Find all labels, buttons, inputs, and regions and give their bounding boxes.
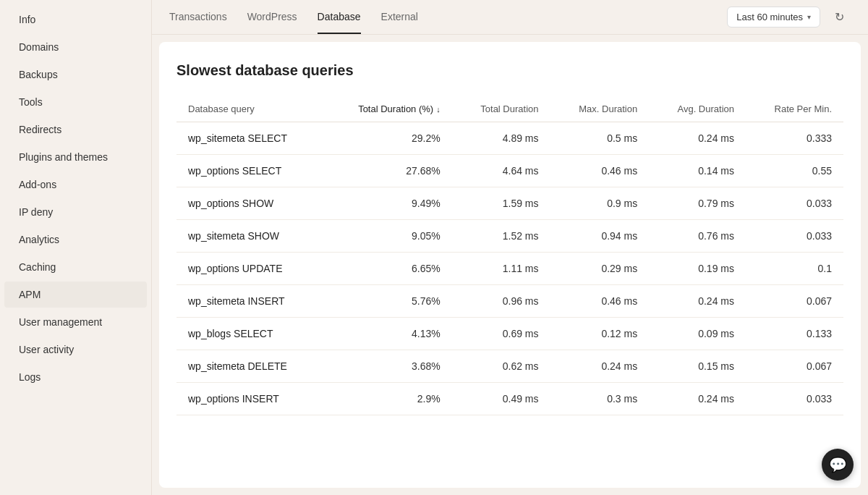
table-header-row: Database queryTotal Duration (%)↓Total D… <box>176 96 843 122</box>
tab-external[interactable]: External <box>381 1 418 34</box>
cell-row3-col5: 0.033 <box>746 220 843 253</box>
refresh-button[interactable]: ↻ <box>827 6 851 29</box>
database-queries-table: Database queryTotal Duration (%)↓Total D… <box>176 96 843 415</box>
time-filter-label: Last 60 minutes <box>736 12 803 22</box>
table-row: wp_sitemeta SELECT29.2%4.89 ms0.5 ms0.24… <box>176 122 843 155</box>
table-header: Database queryTotal Duration (%)↓Total D… <box>176 96 843 122</box>
cell-row4-col2: 1.11 ms <box>452 253 550 285</box>
time-dropdown-button[interactable]: Last 60 minutes▾ <box>727 7 820 28</box>
cell-row1-col4: 0.14 ms <box>649 155 746 187</box>
content-area: Slowest database queries Database queryT… <box>159 42 861 488</box>
cell-row5-col4: 0.24 ms <box>649 285 746 318</box>
table-row: wp_sitemeta INSERT5.76%0.96 ms0.46 ms0.2… <box>176 285 843 318</box>
cell-row2-col5: 0.033 <box>746 187 843 220</box>
sidebar-item-apm[interactable]: APM <box>4 282 147 308</box>
cell-row0-col2: 4.89 ms <box>452 122 550 155</box>
cell-row1-col2: 4.64 ms <box>452 155 550 187</box>
cell-row2-col4: 0.79 ms <box>649 187 746 220</box>
cell-row1-col1: 27.68% <box>325 155 452 187</box>
col-header-rate-per-min[interactable]: Rate Per Min. <box>746 96 843 122</box>
cell-row4-col4: 0.19 ms <box>649 253 746 285</box>
cell-row8-col2: 0.49 ms <box>452 383 550 415</box>
table-row: wp_options INSERT2.9%0.49 ms0.3 ms0.24 m… <box>176 383 843 415</box>
sidebar-item-analytics[interactable]: Analytics <box>4 227 147 253</box>
tab-transactions[interactable]: Transactions <box>169 1 227 34</box>
sidebar-item-redirects[interactable]: Redirects <box>4 117 147 143</box>
cell-row0-col1: 29.2% <box>325 122 452 155</box>
refresh-icon: ↻ <box>835 10 844 24</box>
sort-icon: ↓ <box>436 105 441 114</box>
cell-row3-col4: 0.76 ms <box>649 220 746 253</box>
cell-row8-col5: 0.033 <box>746 383 843 415</box>
cell-row5-col5: 0.067 <box>746 285 843 318</box>
cell-row3-col3: 0.94 ms <box>550 220 650 253</box>
cell-row6-col0: wp_blogs SELECT <box>176 318 325 350</box>
main-content: TransactionsWordPressDatabaseExternalLas… <box>152 0 868 495</box>
cell-row7-col1: 3.68% <box>325 350 452 383</box>
table-body: wp_sitemeta SELECT29.2%4.89 ms0.5 ms0.24… <box>176 122 843 415</box>
cell-row4-col5: 0.1 <box>746 253 843 285</box>
tab-bar: TransactionsWordPressDatabaseExternalLas… <box>152 0 868 35</box>
cell-row5-col3: 0.46 ms <box>550 285 650 318</box>
cell-row1-col5: 0.55 <box>746 155 843 187</box>
cell-row8-col4: 0.24 ms <box>649 383 746 415</box>
table-row: wp_sitemeta DELETE3.68%0.62 ms0.24 ms0.1… <box>176 350 843 383</box>
sidebar-item-add-ons[interactable]: Add-ons <box>4 172 147 198</box>
cell-row2-col1: 9.49% <box>325 187 452 220</box>
cell-row8-col3: 0.3 ms <box>550 383 650 415</box>
cell-row8-col1: 2.9% <box>325 383 452 415</box>
cell-row5-col1: 5.76% <box>325 285 452 318</box>
cell-row1-col3: 0.46 ms <box>550 155 650 187</box>
col-header-query[interactable]: Database query <box>176 96 325 122</box>
sidebar-item-user-management[interactable]: User management <box>4 309 147 335</box>
tab-wordpress[interactable]: WordPress <box>247 1 297 34</box>
cell-row0-col5: 0.333 <box>746 122 843 155</box>
page-title: Slowest database queries <box>176 62 843 79</box>
chat-bubble-button[interactable]: 💬 <box>822 449 854 481</box>
cell-row6-col1: 4.13% <box>325 318 452 350</box>
cell-row3-col2: 1.52 ms <box>452 220 550 253</box>
col-header-total-duration[interactable]: Total Duration <box>452 96 550 122</box>
cell-row2-col0: wp_options SHOW <box>176 187 325 220</box>
col-header-avg-duration[interactable]: Avg. Duration <box>649 96 746 122</box>
cell-row0-col4: 0.24 ms <box>649 122 746 155</box>
cell-row7-col5: 0.067 <box>746 350 843 383</box>
chat-icon: 💬 <box>829 456 847 473</box>
cell-row5-col2: 0.96 ms <box>452 285 550 318</box>
col-header-total-duration-pct[interactable]: Total Duration (%)↓ <box>325 96 452 122</box>
cell-row6-col5: 0.133 <box>746 318 843 350</box>
tab-database[interactable]: Database <box>318 1 361 34</box>
cell-row3-col0: wp_sitemeta SHOW <box>176 220 325 253</box>
chevron-down-icon: ▾ <box>807 13 811 21</box>
cell-row7-col3: 0.24 ms <box>550 350 650 383</box>
sidebar-item-info[interactable]: Info <box>4 7 147 33</box>
cell-row4-col3: 0.29 ms <box>550 253 650 285</box>
table-row: wp_blogs SELECT4.13%0.69 ms0.12 ms0.09 m… <box>176 318 843 350</box>
sidebar-item-backups[interactable]: Backups <box>4 62 147 88</box>
sidebar-item-tools[interactable]: Tools <box>4 89 147 115</box>
cell-row6-col4: 0.09 ms <box>649 318 746 350</box>
cell-row8-col0: wp_options INSERT <box>176 383 325 415</box>
cell-row7-col2: 0.62 ms <box>452 350 550 383</box>
sidebar-item-plugins-and-themes[interactable]: Plugins and themes <box>4 144 147 170</box>
cell-row5-col0: wp_sitemeta INSERT <box>176 285 325 318</box>
sidebar-item-ip-deny[interactable]: IP deny <box>4 199 147 225</box>
sidebar-item-user-activity[interactable]: User activity <box>4 337 147 363</box>
cell-row2-col3: 0.9 ms <box>550 187 650 220</box>
sidebar-item-domains[interactable]: Domains <box>4 34 147 60</box>
cell-row4-col1: 6.65% <box>325 253 452 285</box>
table-row: wp_options SHOW9.49%1.59 ms0.9 ms0.79 ms… <box>176 187 843 220</box>
table-row: wp_sitemeta SHOW9.05%1.52 ms0.94 ms0.76 … <box>176 220 843 253</box>
time-filter: Last 60 minutes▾↻ <box>727 6 851 29</box>
cell-row0-col0: wp_sitemeta SELECT <box>176 122 325 155</box>
cell-row1-col0: wp_options SELECT <box>176 155 325 187</box>
table-row: wp_options UPDATE6.65%1.11 ms0.29 ms0.19… <box>176 253 843 285</box>
cell-row6-col3: 0.12 ms <box>550 318 650 350</box>
sidebar-item-caching[interactable]: Caching <box>4 254 147 280</box>
cell-row2-col2: 1.59 ms <box>452 187 550 220</box>
col-header-max-duration[interactable]: Max. Duration <box>550 96 650 122</box>
sidebar: InfoDomainsBackupsToolsRedirectsPlugins … <box>0 0 152 495</box>
cell-row6-col2: 0.69 ms <box>452 318 550 350</box>
table-row: wp_options SELECT27.68%4.64 ms0.46 ms0.1… <box>176 155 843 187</box>
sidebar-item-logs[interactable]: Logs <box>4 364 147 390</box>
